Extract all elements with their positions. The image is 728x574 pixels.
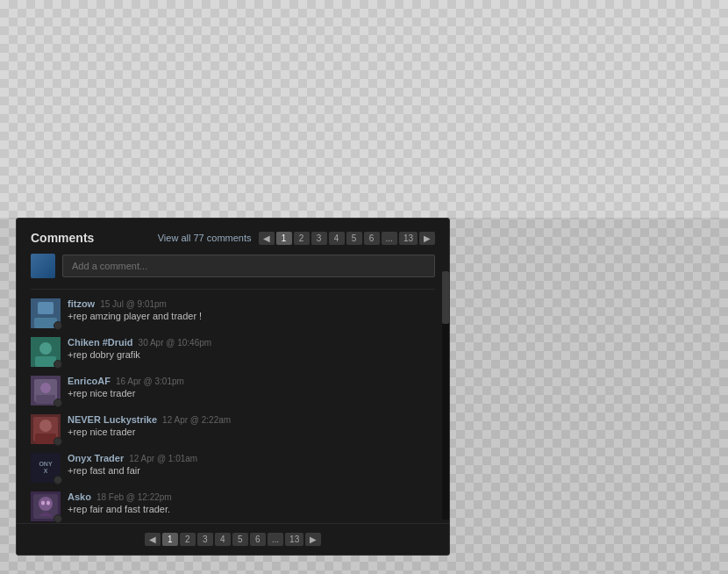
page-6-btn-top[interactable]: 6 bbox=[364, 232, 380, 245]
page-4-btn-bottom[interactable]: 4 bbox=[215, 533, 231, 546]
list-item: Chiken #Druid 30 Apr @ 10:46pm +rep dobr… bbox=[31, 337, 435, 367]
list-item: fitzow 15 Jul @ 9:01pm +rep amzing playe… bbox=[31, 298, 435, 328]
scrollbar-thumb[interactable] bbox=[442, 271, 449, 324]
comment-time: 12 Apr @ 2:22am bbox=[162, 415, 231, 425]
page-4-btn-top[interactable]: 4 bbox=[329, 232, 345, 245]
comment-text: +rep fast and fair bbox=[68, 465, 435, 476]
list-item: Asko 18 Feb @ 12:22pm +rep fair and fast… bbox=[31, 491, 435, 521]
svg-point-16 bbox=[39, 497, 53, 511]
comment-list: fitzow 15 Jul @ 9:01pm +rep amzing playe… bbox=[31, 298, 435, 521]
avatar bbox=[31, 298, 61, 328]
page-2-btn-bottom[interactable]: 2 bbox=[180, 533, 196, 546]
comment-text: +rep fair and fast trader. bbox=[68, 504, 435, 514]
comment-author: EnricoAF bbox=[68, 376, 111, 386]
next-page-btn-bottom[interactable]: ▶ bbox=[305, 533, 321, 546]
comment-content: EnricoAF 16 Apr @ 3:01pm +rep nice trade… bbox=[68, 376, 435, 398]
pagination-top: ◀ 1 2 3 4 5 6 ... 13 ▶ bbox=[259, 232, 435, 245]
comment-content: fitzow 15 Jul @ 9:01pm +rep amzing playe… bbox=[68, 298, 435, 321]
svg-point-12 bbox=[39, 420, 52, 432]
comment-content: Asko 18 Feb @ 12:22pm +rep fair and fast… bbox=[68, 491, 435, 514]
prev-page-btn-top[interactable]: ◀ bbox=[259, 232, 275, 245]
avatar-indicator bbox=[54, 437, 62, 446]
comment-content: Chiken #Druid 30 Apr @ 10:46pm +rep dobr… bbox=[68, 337, 435, 360]
current-user-avatar-img bbox=[31, 254, 55, 278]
avatar bbox=[31, 376, 61, 405]
comment-author-line: Onyx Trader 12 Apr @ 1:01am bbox=[68, 453, 435, 463]
comment-author: Chiken #Druid bbox=[68, 337, 133, 348]
avatar-indicator bbox=[54, 398, 62, 407]
comment-author: Asko bbox=[68, 491, 91, 502]
page-wrapper: Comments View all 77 comments ◀ 1 2 3 4 … bbox=[0, 0, 728, 574]
top-area bbox=[0, 0, 728, 218]
avatar: ONY X bbox=[31, 453, 61, 483]
comment-author-line: Asko 18 Feb @ 12:22pm bbox=[68, 491, 435, 502]
svg-point-4 bbox=[39, 342, 52, 355]
avatar-indicator bbox=[54, 476, 62, 484]
page-ellipsis-bottom: ... bbox=[268, 533, 283, 546]
svg-point-17 bbox=[41, 501, 45, 506]
svg-point-18 bbox=[46, 501, 50, 506]
page-ellipsis-top: ... bbox=[382, 232, 397, 245]
scrollbar[interactable] bbox=[442, 271, 449, 520]
comments-title: Comments bbox=[31, 231, 94, 245]
list-item: EnricoAF 16 Apr @ 3:01pm +rep nice trade… bbox=[31, 376, 435, 405]
avatar-indicator bbox=[54, 321, 62, 330]
comment-content: NEVER Luckystrike 12 Apr @ 2:22am +rep n… bbox=[68, 414, 435, 437]
svg-point-8 bbox=[40, 383, 51, 393]
page-6-btn-bottom[interactable]: 6 bbox=[250, 533, 266, 546]
page-1-btn-bottom[interactable]: 1 bbox=[162, 533, 178, 546]
comment-author-line: fitzow 15 Jul @ 9:01pm bbox=[68, 298, 435, 309]
comment-time: 30 Apr @ 10:46pm bbox=[139, 338, 212, 348]
svg-rect-1 bbox=[38, 302, 54, 314]
comments-header-right: View all 77 comments ◀ 1 2 3 4 5 6 ... 1… bbox=[158, 232, 435, 245]
comment-time: 16 Apr @ 3:01pm bbox=[116, 377, 184, 386]
next-page-btn-top[interactable]: ▶ bbox=[419, 232, 435, 245]
pagination-bottom: ◀ 1 2 3 4 5 6 ... 13 ▶ bbox=[17, 523, 449, 555]
page-3-btn-top[interactable]: 3 bbox=[311, 232, 327, 245]
comment-text: +rep dobry grafik bbox=[68, 349, 435, 360]
svg-rect-9 bbox=[36, 395, 55, 404]
current-user-avatar bbox=[31, 254, 55, 278]
comments-header: Comments View all 77 comments ◀ 1 2 3 4 … bbox=[31, 231, 435, 245]
prev-page-btn-bottom[interactable]: ◀ bbox=[145, 533, 161, 546]
comment-time: 15 Jul @ 9:01pm bbox=[100, 299, 167, 309]
avatar bbox=[31, 491, 61, 521]
view-all-link[interactable]: View all 77 comments bbox=[158, 233, 252, 243]
comment-text: +rep nice trader bbox=[68, 427, 435, 437]
comment-time: 18 Feb @ 12:22pm bbox=[96, 492, 172, 502]
avatar bbox=[31, 337, 61, 367]
page-1-btn-top[interactable]: 1 bbox=[276, 232, 292, 245]
comment-author-line: EnricoAF 16 Apr @ 3:01pm bbox=[68, 376, 435, 386]
panel-inner: Comments View all 77 comments ◀ 1 2 3 4 … bbox=[17, 219, 449, 542]
comment-text: +rep nice trader bbox=[68, 388, 435, 398]
page-3-btn-bottom[interactable]: 3 bbox=[197, 533, 213, 546]
avatar-indicator bbox=[54, 514, 62, 523]
page-2-btn-top[interactable]: 2 bbox=[294, 232, 310, 245]
comment-input-row bbox=[31, 254, 435, 278]
comment-author: fitzow bbox=[68, 298, 95, 309]
comment-author: Onyx Trader bbox=[68, 453, 124, 463]
page-13-btn-bottom[interactable]: 13 bbox=[285, 533, 303, 546]
page-13-btn-top[interactable]: 13 bbox=[399, 232, 418, 245]
comment-content: Onyx Trader 12 Apr @ 1:01am +rep fast an… bbox=[68, 453, 435, 476]
list-item: ONY X Onyx Trader 12 Apr @ 1:01am +rep f… bbox=[31, 453, 435, 483]
page-5-btn-top[interactable]: 5 bbox=[346, 232, 362, 245]
avatar bbox=[31, 414, 61, 444]
comment-author: NEVER Luckystrike bbox=[68, 414, 157, 425]
comment-text: +rep amzing player and trader ! bbox=[68, 311, 435, 321]
avatar-indicator bbox=[54, 360, 62, 369]
panel-divider bbox=[31, 289, 435, 290]
comment-time: 12 Apr @ 1:01am bbox=[129, 454, 197, 463]
comment-input[interactable] bbox=[62, 255, 435, 277]
comment-author-line: NEVER Luckystrike 12 Apr @ 2:22am bbox=[68, 414, 435, 425]
page-5-btn-bottom[interactable]: 5 bbox=[232, 533, 248, 546]
comment-author-line: Chiken #Druid 30 Apr @ 10:46pm bbox=[68, 337, 435, 348]
list-item: NEVER Luckystrike 12 Apr @ 2:22am +rep n… bbox=[31, 414, 435, 444]
comments-panel: Comments View all 77 comments ◀ 1 2 3 4 … bbox=[16, 218, 450, 556]
